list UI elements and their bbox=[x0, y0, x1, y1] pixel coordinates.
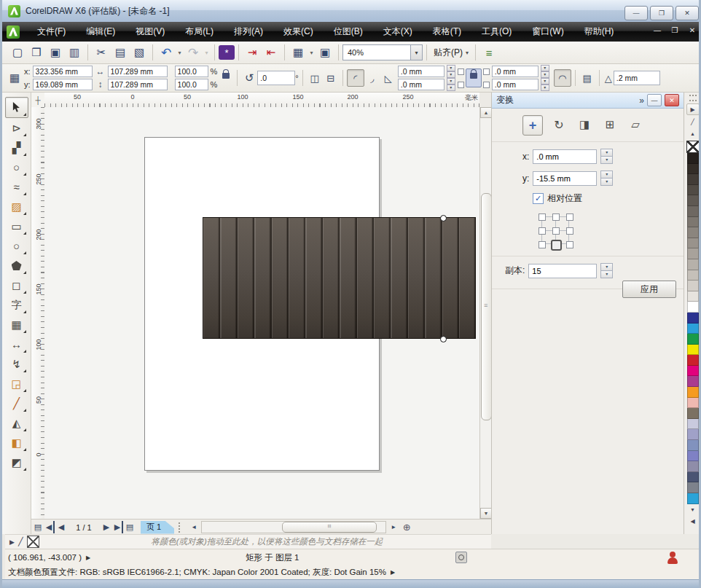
chamfered-corner-button[interactable]: ◺ bbox=[380, 70, 396, 86]
docpalette-flyout-icon[interactable]: ▶ bbox=[9, 538, 15, 546]
corel-connect-button[interactable]: * bbox=[219, 45, 235, 60]
crop-tool[interactable]: ▞ bbox=[6, 138, 28, 157]
zoom-tool[interactable]: ○ bbox=[6, 157, 28, 177]
round-corner-button[interactable]: ◜ bbox=[347, 69, 364, 87]
horizontal-scroll-thumb[interactable] bbox=[282, 522, 377, 533]
docker-collapse-icon[interactable]: » bbox=[639, 95, 644, 106]
palette-color-16[interactable] bbox=[687, 324, 699, 334]
dimension-tool[interactable]: ↔ bbox=[6, 334, 28, 354]
anchor-tr[interactable] bbox=[566, 213, 573, 221]
palette-scroll-down-icon[interactable]: ▼ bbox=[687, 505, 699, 515]
anchor-mr[interactable] bbox=[566, 227, 573, 235]
drawing-canvas[interactable] bbox=[44, 107, 479, 519]
eyedropper-tool[interactable]: ╱ bbox=[6, 393, 28, 413]
first-page-button[interactable]: ◀ bbox=[44, 521, 55, 533]
object-x-input[interactable] bbox=[33, 66, 93, 77]
minimize-button[interactable]: — bbox=[624, 6, 648, 20]
palette-expand-icon[interactable]: ◀ bbox=[687, 517, 699, 527]
palette-scroll-up-icon[interactable]: ▲ bbox=[687, 128, 699, 138]
anchor-bl[interactable] bbox=[539, 241, 546, 248]
anchor-br[interactable] bbox=[566, 241, 573, 248]
menu-bitmaps[interactable]: 位图(B) bbox=[324, 22, 373, 42]
next-page-button[interactable]: ▶ bbox=[100, 521, 113, 533]
object-height-input[interactable] bbox=[108, 79, 168, 90]
palette-color-26[interactable] bbox=[687, 429, 699, 440]
apply-button[interactable]: 应用 bbox=[622, 281, 676, 298]
scroll-down-button[interactable]: ▼ bbox=[480, 508, 492, 519]
palette-color-17[interactable] bbox=[687, 334, 699, 345]
rectangle-tool[interactable]: ▭ bbox=[6, 216, 28, 236]
palette-color-27[interactable] bbox=[687, 440, 699, 451]
anchor-bc-selected[interactable] bbox=[551, 240, 562, 251]
pagebar-divider[interactable] bbox=[179, 522, 183, 533]
mirror-vertical-button[interactable]: ⊟ bbox=[323, 70, 339, 86]
scale-x-input[interactable] bbox=[175, 66, 208, 77]
palette-color-5[interactable] bbox=[687, 206, 699, 217]
outline-width-input[interactable] bbox=[614, 71, 660, 85]
launcher-dropdown-icon[interactable]: ▾ bbox=[308, 44, 316, 61]
snap-dropdown[interactable]: 贴齐(P) ▾ bbox=[431, 47, 471, 59]
text-tool[interactable]: 字 bbox=[6, 295, 28, 315]
anchor-tl[interactable] bbox=[539, 213, 546, 221]
palette-flyout-button[interactable]: ▶ bbox=[686, 103, 700, 115]
corner-radius-tl-input[interactable] bbox=[398, 66, 445, 77]
copies-spinner[interactable]: ▾▾ bbox=[600, 263, 613, 278]
docpalette-no-color-swatch[interactable] bbox=[27, 536, 39, 548]
ellipse-tool[interactable]: ○ bbox=[6, 236, 28, 256]
corner-radius-tr-input[interactable] bbox=[492, 66, 539, 77]
basic-shapes-tool[interactable]: ◻ bbox=[6, 275, 28, 295]
menu-table[interactable]: 表格(T) bbox=[423, 22, 471, 42]
palette-color-20[interactable] bbox=[687, 366, 699, 377]
scalloped-corner-button[interactable]: ◞ bbox=[364, 70, 380, 86]
freehand-tool[interactable]: ≈ bbox=[6, 177, 28, 197]
object-width-input[interactable] bbox=[108, 66, 168, 77]
palette-color-3[interactable] bbox=[687, 185, 699, 196]
transform-scale-mirror-button[interactable]: ◨ bbox=[575, 115, 594, 134]
membership-person-icon[interactable] bbox=[667, 552, 678, 565]
navigator-zoom-button[interactable]: ⊕ bbox=[400, 521, 413, 533]
add-page-end-button[interactable]: ▤ bbox=[123, 521, 136, 533]
profile-flyout-icon[interactable]: ▶ bbox=[391, 569, 395, 576]
mdi-minimize-button[interactable]: — bbox=[652, 26, 662, 34]
previous-page-button[interactable]: ◀ bbox=[55, 521, 68, 533]
options-button[interactable]: ≡ bbox=[479, 44, 498, 61]
docker-close-button[interactable]: ✕ bbox=[665, 94, 679, 106]
corner-radius-br-input[interactable] bbox=[492, 79, 539, 90]
palette-eyedropper-icon[interactable]: ╱ bbox=[687, 117, 699, 127]
menu-help[interactable]: 帮助(H) bbox=[574, 22, 624, 42]
palette-color-2[interactable] bbox=[687, 174, 699, 185]
save-button[interactable]: ▣ bbox=[46, 44, 65, 61]
menu-file[interactable]: 文件(F) bbox=[27, 22, 76, 42]
selection-node-bottom[interactable] bbox=[440, 336, 447, 342]
zoom-level-combo[interactable]: 40% ▾ bbox=[342, 44, 423, 60]
shape-tool[interactable]: ⊳ bbox=[6, 118, 28, 138]
relative-corner-scaling-button[interactable]: ◠ bbox=[554, 69, 571, 87]
print-button[interactable]: ▥ bbox=[65, 44, 84, 61]
palette-color-4[interactable] bbox=[687, 195, 699, 206]
no-color-swatch[interactable] bbox=[686, 141, 700, 153]
anchor-mc[interactable] bbox=[552, 227, 560, 235]
cut-button[interactable]: ✂ bbox=[92, 44, 111, 61]
palette-color-32[interactable] bbox=[687, 493, 699, 504]
palette-grip-icon[interactable] bbox=[689, 95, 697, 101]
outline-pen-tool[interactable]: ◭ bbox=[6, 413, 28, 433]
edit-corners-together-button[interactable] bbox=[466, 68, 482, 87]
docker-x-spinner[interactable]: ▾▾ bbox=[600, 149, 613, 164]
palette-color-8[interactable] bbox=[687, 238, 699, 249]
import-button[interactable]: ⇥ bbox=[243, 44, 262, 61]
docpalette-eyedropper-icon[interactable]: ╱ bbox=[18, 537, 23, 546]
menu-arrange[interactable]: 排列(A) bbox=[224, 22, 273, 42]
paste-button[interactable]: ▧ bbox=[130, 44, 149, 61]
copy-button[interactable]: ▤ bbox=[111, 44, 130, 61]
menu-window[interactable]: 窗口(W) bbox=[522, 22, 573, 42]
transform-size-button[interactable]: ⊞ bbox=[600, 115, 619, 134]
add-page-start-button[interactable]: ▤ bbox=[31, 521, 44, 533]
undo-dropdown-icon[interactable]: ▾ bbox=[176, 44, 184, 61]
palette-color-19[interactable] bbox=[687, 355, 699, 366]
palette-color-31[interactable] bbox=[687, 482, 699, 493]
horizontal-ruler[interactable]: 50 0 50 100 150 200 250 毫米 bbox=[44, 93, 479, 108]
redo-button[interactable]: ↷ bbox=[184, 44, 203, 61]
palette-color-21[interactable] bbox=[687, 376, 699, 387]
redo-dropdown-icon[interactable]: ▾ bbox=[203, 44, 211, 61]
vertical-scroll-thumb[interactable] bbox=[481, 193, 492, 420]
